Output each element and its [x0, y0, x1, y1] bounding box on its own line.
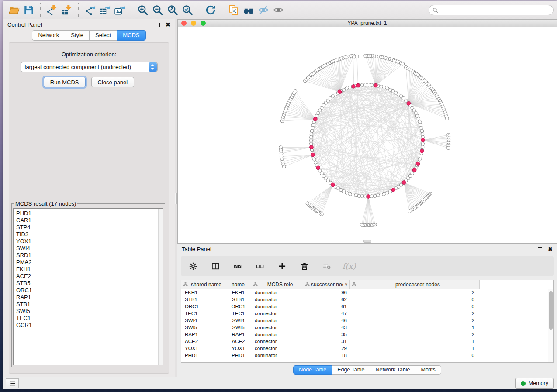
- toolbar-separator: [131, 3, 131, 17]
- close-panel-icon[interactable]: ✖: [166, 22, 170, 28]
- table-row[interactable]: PHD1PHD1dominator180: [181, 352, 553, 359]
- tab-edge-table[interactable]: Edge Table: [332, 365, 370, 375]
- table-row[interactable]: FKH1FKH1dominator962: [181, 289, 553, 296]
- close-window-icon[interactable]: [181, 21, 187, 26]
- zoom-fit-icon: [167, 4, 178, 16]
- select-all-rows-icon: [233, 262, 242, 271]
- tab-network[interactable]: Network: [32, 30, 65, 41]
- tab-style[interactable]: Style: [65, 30, 90, 41]
- run-mcds-button[interactable]: Run MCDS: [44, 77, 86, 87]
- delete-column-icon: [322, 262, 331, 271]
- open-folder-button[interactable]: [7, 3, 21, 17]
- main-toolbar-groups: [7, 3, 286, 17]
- zoom-out-button[interactable]: [150, 3, 165, 17]
- mcds-tab-content: Optimization criterion: largest connecte…: [9, 42, 169, 374]
- mcds-result-item: RAP1: [16, 294, 163, 301]
- tab-motifs[interactable]: Motifs: [415, 365, 441, 375]
- mcds-result-item: SWI4: [16, 245, 163, 252]
- close-table-panel-icon[interactable]: ✖: [548, 246, 553, 252]
- table-scrollbar[interactable]: [548, 289, 553, 362]
- right-column: YPA_prune.txt_1 Table Panel ✖ f(x) share…: [177, 19, 557, 377]
- network-splitter-grip[interactable]: [363, 240, 371, 243]
- show-all-button[interactable]: [271, 3, 286, 17]
- deselect-all-rows-button[interactable]: [255, 261, 265, 272]
- table-cell: 0: [350, 303, 480, 310]
- table-panel: Table Panel ✖ f(x) shared namenameMCDS r…: [177, 244, 557, 377]
- column-header-successor-nodes[interactable]: successor nodes∨: [303, 280, 350, 289]
- tree-icon: [183, 282, 188, 287]
- export-network-button[interactable]: [83, 3, 97, 17]
- table-cell: ORC1: [225, 303, 251, 310]
- delete-row-button[interactable]: [299, 261, 310, 272]
- table-row[interactable]: TEC1TEC1connector472: [181, 310, 553, 317]
- table-cell: dominator: [251, 317, 303, 324]
- mcds-list-scrollbar[interactable]: [158, 209, 163, 365]
- save-button[interactable]: [21, 3, 36, 17]
- column-header-name[interactable]: name: [225, 280, 251, 289]
- network-canvas[interactable]: [178, 27, 557, 243]
- criterion-select[interactable]: largest connected component (undirected): [21, 62, 158, 72]
- table-row[interactable]: STB1STB1dominator620: [181, 296, 553, 303]
- import-table-icon: [61, 4, 73, 16]
- table-cell: STB1: [181, 296, 225, 303]
- tab-network-table[interactable]: Network Table: [370, 365, 416, 375]
- splitter-grip[interactable]: [175, 193, 177, 204]
- zoom-fit-button[interactable]: [165, 3, 180, 17]
- search-input[interactable]: [441, 7, 550, 14]
- table-row[interactable]: SWI4SWI4dominator462: [181, 317, 553, 324]
- memory-status-icon: [521, 381, 526, 386]
- show-panels-button[interactable]: [6, 378, 19, 388]
- export-table-button[interactable]: [97, 3, 112, 17]
- float-table-panel-icon[interactable]: [538, 247, 542, 251]
- search-box[interactable]: [429, 5, 554, 15]
- tab-select[interactable]: Select: [90, 30, 117, 41]
- import-network-button[interactable]: [45, 3, 59, 17]
- table-cell: 1: [350, 345, 480, 352]
- zoom-selected-button[interactable]: [180, 3, 195, 17]
- float-panel-icon[interactable]: [156, 23, 160, 27]
- close-panel-button[interactable]: Close panel: [91, 77, 135, 87]
- table-cell: 18: [303, 352, 350, 359]
- import-table-button[interactable]: [59, 3, 74, 17]
- tab-mcds[interactable]: MCDS: [117, 30, 145, 41]
- minimize-window-icon[interactable]: [191, 21, 196, 26]
- tab-node-table[interactable]: Node Table: [293, 365, 332, 375]
- table-row[interactable]: YOX1YOX1connector291: [181, 345, 553, 352]
- table-cell: PHD1: [181, 352, 225, 359]
- table-settings-button[interactable]: [188, 261, 198, 272]
- select-all-rows-button[interactable]: [232, 261, 243, 272]
- split-columns-button[interactable]: [210, 261, 221, 272]
- memory-button[interactable]: Memory: [515, 378, 554, 389]
- mcds-result-item: STB1: [16, 301, 163, 308]
- table-panel-title: Table Panel: [182, 246, 211, 252]
- network-titlebar[interactable]: YPA_prune.txt_1: [177, 19, 557, 27]
- mcds-result-item: YOX1: [16, 238, 163, 245]
- export-image-button[interactable]: [112, 3, 127, 17]
- table-row[interactable]: ORC1ORC1dominator610: [181, 303, 553, 310]
- search-network-button[interactable]: [241, 3, 256, 17]
- copy-network-button[interactable]: [226, 3, 241, 17]
- refresh-button[interactable]: [203, 3, 218, 17]
- save-icon: [23, 4, 35, 16]
- table-row[interactable]: RAP1RAP1dominator352: [181, 331, 553, 338]
- mcds-result-item: CAR1: [16, 217, 163, 224]
- mcds-result-list[interactable]: PHD1CAR1STP4TID3YOX1SWI4SRD1PMA2FKH1ACE2…: [13, 208, 163, 365]
- list-icon: [9, 380, 16, 387]
- column-header-MCDS-role[interactable]: MCDS role: [251, 280, 303, 289]
- table-row[interactable]: SWI5SWI5connector431: [181, 324, 553, 331]
- table-cell: 96: [303, 289, 350, 296]
- table-row[interactable]: ACE2ACE2connector311: [181, 338, 553, 345]
- column-header-shared-name[interactable]: shared name: [181, 280, 225, 289]
- table-cell: 2: [350, 310, 480, 317]
- table-cell: RAP1: [181, 331, 225, 338]
- memory-button-label: Memory: [529, 380, 548, 386]
- network-view[interactable]: [177, 27, 557, 244]
- zoom-in-button[interactable]: [135, 3, 150, 17]
- add-row-button[interactable]: [277, 261, 287, 272]
- column-header-predecessor-nodes[interactable]: predecessor nodes: [350, 280, 480, 289]
- column-label: shared name: [189, 282, 223, 288]
- hide-selected-button[interactable]: [256, 3, 271, 17]
- table-scrollbar-thumb[interactable]: [549, 291, 553, 330]
- maximize-window-icon[interactable]: [201, 21, 206, 26]
- table-cell: ORC1: [181, 303, 225, 310]
